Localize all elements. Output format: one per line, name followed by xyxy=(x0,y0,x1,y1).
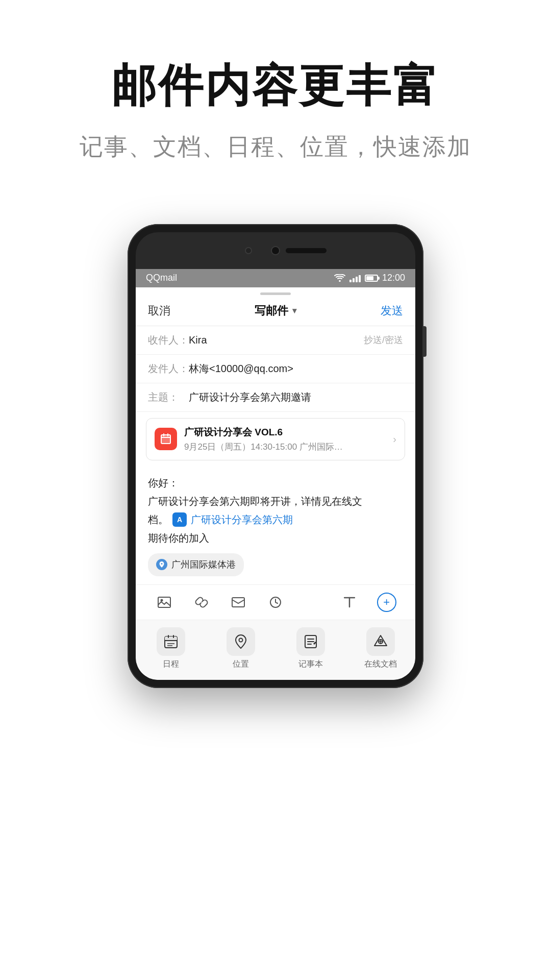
to-field: 收件人： Kira 抄送/密送 xyxy=(136,326,415,355)
hero-section: 邮件内容更丰富 记事、文档、日程、位置，快速添加 xyxy=(0,0,551,193)
insert-link-button[interactable] xyxy=(183,591,220,614)
phone-outer-shell: QQmail xyxy=(128,224,423,688)
plus-circle-icon: + xyxy=(377,593,396,612)
svg-rect-1 xyxy=(161,435,170,444)
subject-label: 主题： xyxy=(148,390,189,404)
battery-icon xyxy=(365,275,378,282)
quick-add-bar: 日程 位置 xyxy=(136,620,415,680)
quick-add-location[interactable]: 位置 xyxy=(206,627,276,670)
status-bar: QQmail xyxy=(136,269,415,287)
email-body[interactable]: 你好： 广研设计分享会第六期即将开讲，详情见在线文 档。 A 广研设计分享会第六… xyxy=(136,467,415,584)
compose-dropdown-icon[interactable]: ▾ xyxy=(292,306,296,315)
notes-icon-wrap xyxy=(296,627,325,656)
insert-time-button[interactable] xyxy=(257,591,294,614)
phone-side-button xyxy=(423,326,427,357)
svg-point-18 xyxy=(239,638,242,642)
doc-icon: A xyxy=(172,512,187,527)
add-more-button[interactable]: + xyxy=(368,591,405,614)
phone-camera xyxy=(271,246,280,255)
online-doc-label: 在线文档 xyxy=(364,659,397,670)
svg-point-8 xyxy=(161,599,163,601)
body-link-area: 档。 A 广研设计分享会第六期 xyxy=(148,511,403,528)
svg-rect-12 xyxy=(165,636,177,641)
location-icon-wrap xyxy=(227,627,255,656)
insert-image-button[interactable] xyxy=(146,591,183,614)
hero-title: 邮件内容更丰富 xyxy=(31,61,520,111)
compose-title: 写邮件 xyxy=(255,303,288,318)
cancel-button[interactable]: 取消 xyxy=(148,303,170,318)
compose-toolbar: + xyxy=(136,584,415,620)
schedule-label: 日程 xyxy=(163,659,179,670)
svg-point-6 xyxy=(161,563,163,565)
svg-rect-9 xyxy=(232,598,244,607)
event-calendar-icon xyxy=(155,428,177,450)
event-chevron-icon: › xyxy=(393,433,396,445)
phone-speaker xyxy=(286,248,327,253)
location-tag[interactable]: 广州国际媒体港 xyxy=(148,553,244,576)
wifi-icon xyxy=(334,274,345,282)
from-field: 发件人： 林海<10000@qq.com> xyxy=(136,355,415,383)
event-info: 广研设计分享会 VOL.6 9月25日（周五）14:30-15:00 广州国际… xyxy=(184,426,393,453)
event-details: 9月25日（周五）14:30-15:00 广州国际… xyxy=(184,441,393,453)
svg-point-0 xyxy=(339,280,341,282)
body-line-2: 广研设计分享会第六期即将开讲，详情见在线文 xyxy=(148,493,403,509)
text-format-button[interactable] xyxy=(331,591,368,614)
battery-fill xyxy=(366,276,373,280)
event-card[interactable]: 广研设计分享会 VOL.6 9月25日（周五）14:30-15:00 广州国际…… xyxy=(146,418,405,460)
send-button[interactable]: 发送 xyxy=(381,303,403,318)
status-app-name: QQmail xyxy=(146,273,177,283)
email-compose-header: 取消 写邮件 ▾ 发送 xyxy=(136,298,415,326)
from-value[interactable]: 林海<10000@qq.com> xyxy=(189,362,403,376)
status-right-icons: 12:00 xyxy=(334,273,405,283)
phone-screen: QQmail xyxy=(136,269,415,680)
compose-title-area: 写邮件 ▾ xyxy=(255,303,296,318)
notes-label: 记事本 xyxy=(298,659,323,670)
phone-notch xyxy=(136,232,415,269)
subject-field: 主题： 广研设计分享会第六期邀请 xyxy=(136,383,415,412)
phone-camera-left xyxy=(245,247,252,254)
event-title: 广研设计分享会 VOL.6 xyxy=(184,426,393,439)
quick-add-notes[interactable]: 记事本 xyxy=(276,627,345,670)
insert-mail-button[interactable] xyxy=(220,591,257,614)
signal-icon xyxy=(349,274,361,282)
location-pin-icon xyxy=(156,559,167,570)
doc-link[interactable]: 广研设计分享会第六期 xyxy=(191,511,293,528)
location-label: 位置 xyxy=(233,659,249,670)
status-time: 12:00 xyxy=(382,273,405,283)
location-text: 广州国际媒体港 xyxy=(171,557,236,572)
to-value[interactable]: Kira xyxy=(189,334,364,346)
to-label: 收件人： xyxy=(148,333,189,347)
online-doc-icon-wrap xyxy=(366,627,395,656)
schedule-icon-wrap xyxy=(157,627,185,656)
hero-subtitle: 记事、文档、日程、位置，快速添加 xyxy=(31,131,520,163)
subject-value[interactable]: 广研设计分享会第六期邀请 xyxy=(189,390,403,404)
body-line-1: 你好： xyxy=(148,475,403,491)
quick-add-schedule[interactable]: 日程 xyxy=(136,627,206,670)
quick-add-online-doc[interactable]: 在线文档 xyxy=(345,627,415,670)
body-line-4: 期待你的加入 xyxy=(148,530,403,546)
phone-mockup: QQmail xyxy=(0,224,551,708)
drag-handle xyxy=(260,292,291,295)
from-label: 发件人： xyxy=(148,362,189,376)
cc-bcc-button[interactable]: 抄送/密送 xyxy=(364,334,403,346)
body-line-3: 档。 xyxy=(148,511,168,528)
